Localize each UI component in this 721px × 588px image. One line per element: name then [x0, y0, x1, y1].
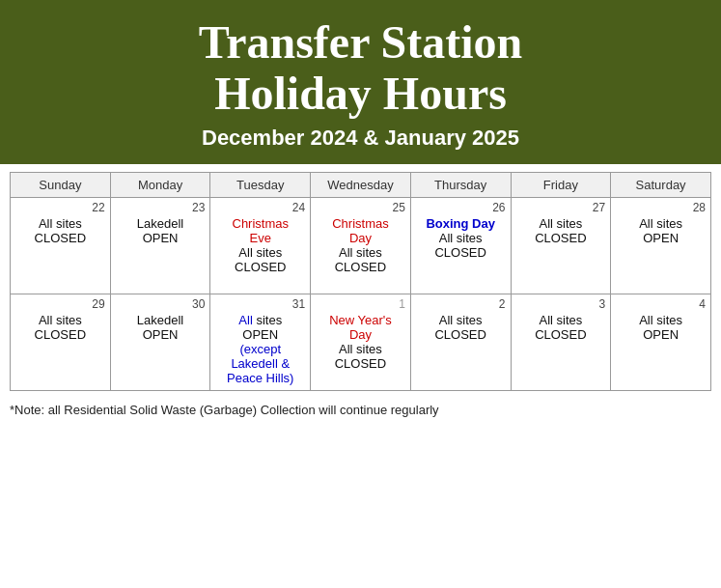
day-number: 25: [316, 201, 405, 214]
day-number: 29: [15, 297, 105, 311]
cell-content: All sitesCLOSED: [15, 216, 105, 245]
calendar-cell: 3All sitesCLOSED: [511, 294, 611, 390]
cell-content: Boxing DayAll sitesCLOSED: [416, 216, 506, 260]
cell-content: All sitesCLOSED: [516, 313, 606, 342]
cell-content: All sitesOPEN(exceptLakedell &Peace Hill…: [215, 313, 305, 385]
calendar-cell: 4All sitesOPEN: [611, 294, 711, 390]
cell-content: New Year'sDayAll sitesCLOSED: [316, 313, 405, 371]
day-header: Tuesday: [210, 172, 311, 197]
day-header: Sunday: [11, 172, 111, 197]
day-header: Saturday: [611, 172, 711, 197]
calendar-cell: 1New Year'sDayAll sitesCLOSED: [311, 294, 411, 390]
day-number: 22: [15, 201, 105, 214]
calendar-cell: 31All sitesOPEN(exceptLakedell &Peace Hi…: [210, 294, 311, 390]
day-number: 28: [616, 201, 706, 214]
note-row: *Note: all Residential Solid Waste (Garb…: [0, 395, 721, 423]
calendar-cell: 23LakedellOPEN: [110, 197, 210, 294]
cell-content: ChristmasEveAll sitesCLOSED: [215, 216, 305, 274]
cell-content: ChristmasDayAll sitesCLOSED: [316, 216, 405, 274]
day-header: Monday: [110, 172, 210, 197]
day-number: 1: [316, 297, 405, 311]
days-header-row: SundayMondayTuesdayWednesdayThursdayFrid…: [11, 172, 711, 197]
calendar-cell: 27All sitesCLOSED: [511, 197, 611, 294]
header: Transfer Station Holiday Hours December …: [0, 0, 721, 164]
cell-content: LakedellOPEN: [116, 216, 206, 245]
calendar-cell: 2All sitesCLOSED: [410, 294, 511, 390]
calendar-cell: 25ChristmasDayAll sitesCLOSED: [311, 197, 411, 294]
calendar-cell: 26Boxing DayAll sitesCLOSED: [410, 197, 511, 294]
day-number: 23: [116, 201, 206, 214]
calendar-wrapper: SundayMondayTuesdayWednesdayThursdayFrid…: [0, 164, 721, 395]
header-title: Transfer Station Holiday Hours: [10, 17, 711, 120]
day-number: 24: [215, 201, 305, 214]
day-number: 31: [215, 297, 305, 311]
calendar-table: SundayMondayTuesdayWednesdayThursdayFrid…: [10, 172, 711, 391]
calendar-cell: 28All sitesOPEN: [611, 197, 711, 294]
day-number: 3: [516, 297, 606, 311]
day-number: 30: [116, 297, 206, 311]
calendar-row: 22All sitesCLOSED23LakedellOPEN24Christm…: [11, 197, 711, 294]
day-number: 2: [416, 297, 506, 311]
cell-content: All sitesCLOSED: [15, 313, 105, 342]
day-number: 4: [616, 297, 706, 311]
cell-content: All sitesOPEN: [616, 216, 706, 245]
cell-content: LakedellOPEN: [116, 313, 206, 342]
cell-content: All sitesCLOSED: [516, 216, 606, 245]
cell-content: All sitesCLOSED: [416, 313, 506, 342]
calendar-cell: 29All sitesCLOSED: [11, 294, 111, 390]
header-subtitle: December 2024 & January 2025: [10, 126, 711, 151]
calendar-cell: 30LakedellOPEN: [110, 294, 210, 390]
calendar-row: 29All sitesCLOSED30LakedellOPEN31All sit…: [11, 294, 711, 390]
calendar-cell: 22All sitesCLOSED: [11, 197, 111, 294]
day-header: Thursday: [410, 172, 511, 197]
day-number: 26: [416, 201, 506, 214]
day-header: Friday: [511, 172, 611, 197]
day-number: 27: [516, 201, 606, 214]
calendar-cell: 24ChristmasEveAll sitesCLOSED: [210, 197, 311, 294]
cell-content: All sitesOPEN: [616, 313, 706, 342]
day-header: Wednesday: [311, 172, 411, 197]
